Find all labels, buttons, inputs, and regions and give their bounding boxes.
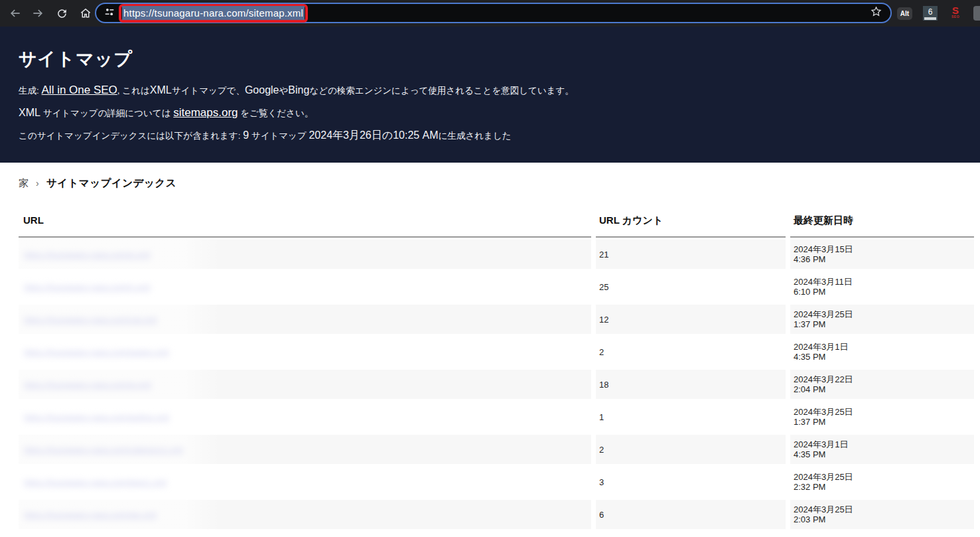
back-button[interactable] — [4, 2, 27, 25]
modified-date: 2024年3月22日 — [794, 374, 974, 384]
hero-text: XML — [150, 84, 172, 96]
sitemap-url-link-redacted[interactable]: https://tsunagaru-nara.com/n.xml — [24, 282, 150, 292]
modified-time: 4:36 PM — [794, 254, 974, 264]
extension-seoquake-button[interactable]: S SEO — [948, 5, 963, 21]
modified-date: 2024年3月11日 — [794, 277, 974, 287]
modified-date: 2024年3月25日 — [794, 309, 974, 319]
sitemap-url-link-redacted[interactable]: https://tsunagaru-nara.com/we.xml — [24, 510, 156, 520]
last-modified-cell: 2024年3月1日4:35 PM — [790, 435, 974, 464]
column-header-url-count: URL カウント — [596, 214, 786, 238]
hero-text: Bing — [288, 84, 309, 96]
hero-text: サイトマップ — [249, 131, 309, 141]
table-row: https://tsunagaru-nara.com/n.xml 25 2024… — [19, 272, 974, 301]
modified-time: 2:03 PM — [794, 514, 974, 524]
modified-time: 2:04 PM — [794, 384, 974, 394]
hero-text: サイトマップで、 — [172, 86, 245, 96]
all-in-one-seo-link[interactable]: All in One SEO — [42, 84, 117, 96]
modified-time: 2:32 PM — [794, 482, 974, 492]
modified-time: 6:10 PM — [794, 287, 974, 297]
last-modified-cell: 2024年3月25日1:37 PM — [790, 402, 974, 431]
table-row: https://tsunagaru-nara.com/cat.xml 12 20… — [19, 305, 974, 334]
last-modified-cell: 2024年3月15日4:36 PM — [790, 240, 974, 269]
sitemap-url-link-redacted[interactable]: https://tsunagaru-nara.com/author.xml — [24, 412, 169, 422]
url-count-cell: 2 — [596, 337, 786, 366]
column-header-last-modified: 最終更新日時 — [790, 214, 974, 238]
modified-time: 1:37 PM — [794, 319, 974, 329]
forward-icon — [31, 7, 44, 20]
column-header-url: URL — [19, 214, 591, 238]
hero-generated-line: 生成: All in One SEO, これはXMLサイトマップで、Google… — [19, 84, 961, 98]
url-count-cell: 2 — [596, 435, 786, 464]
url-count-cell: 1 — [596, 402, 786, 431]
chevron-right-icon: › — [36, 178, 39, 189]
sitemaps-org-link[interactable]: sitemaps.org — [173, 106, 238, 119]
seoquake-s-icon: S — [948, 5, 963, 15]
hero-sitemaps-org-line: XML サイトマップの詳細については sitemaps.org をご覧ください。 — [19, 106, 961, 120]
extensions-area: Alt 6 S SEO — [897, 0, 977, 27]
url-count-cell: 21 — [596, 240, 786, 269]
last-modified-cell: 2024年3月25日2:03 PM — [790, 500, 974, 529]
last-modified-cell: 2024年3月11日6:10 PM — [790, 272, 974, 301]
url-highlight-annotation: https://tsunagaru-nara.com/sitemap.xml — [119, 4, 308, 23]
hero-text: このサイトマップインデックスには以下が含まれます: — [19, 131, 243, 141]
sitemap-hero: サイトマップ 生成: All in One SEO, これはXMLサイトマップで… — [0, 27, 980, 163]
page-title: サイトマップ — [19, 49, 961, 69]
sitemap-url-link-redacted[interactable]: https://tsunagaru-nara.com/p.xml — [24, 250, 150, 260]
extension-six-button[interactable]: 6 — [923, 6, 938, 21]
seoquake-sub-label: SEO — [948, 15, 963, 19]
site-settings-button[interactable] — [102, 5, 117, 21]
sitemap-url-link-redacted[interactable]: https://tsunagaru-nara.com/pages.xml — [24, 347, 169, 357]
url-count-cell: 3 — [596, 467, 786, 497]
url-cell: https://tsunagaru-nara.com/w.xml — [19, 370, 591, 399]
modified-date: 2024年3月15日 — [794, 244, 974, 254]
sitemap-url-link-redacted[interactable]: https://tsunagaru-nara.com/w.xml — [24, 380, 151, 390]
url-cell: https://tsunagaru-nara.com/we.xml — [19, 500, 591, 529]
modified-date: 2024年3月25日 — [794, 407, 974, 417]
url-cell: https://tsunagaru-nara.com/tags1.xml — [19, 467, 591, 497]
reload-icon — [56, 7, 68, 20]
url-cell: https://tsunagaru-nara.com/p.xml — [19, 240, 591, 269]
home-icon — [79, 7, 92, 20]
modified-date: 2024年3月25日 — [794, 472, 974, 482]
last-modified-cell: 2024年3月1日4:35 PM — [790, 337, 974, 366]
hero-text: , これは — [117, 86, 150, 96]
breadcrumb-home-link[interactable]: 家 — [19, 177, 29, 190]
table-row: https://tsunagaru-nara.com/p.xml 21 2024… — [19, 240, 974, 269]
modified-date: 2024年3月1日 — [794, 439, 974, 449]
url-cell: https://tsunagaru-nara.com/cat.xml — [19, 305, 591, 334]
last-modified-cell: 2024年3月25日2:32 PM — [790, 467, 974, 497]
reload-button[interactable] — [50, 2, 73, 25]
hero-text: 2024年3月26日の10:25 AM — [309, 129, 438, 141]
forward-button[interactable] — [27, 2, 49, 25]
url-cell: https://tsunagaru-nara.com/pages.xml — [19, 337, 591, 366]
sitemap-url-link-redacted[interactable]: https://tsunagaru-nara.com/tags1.xml — [24, 477, 167, 487]
sitemap-url-link-redacted[interactable]: https://tsunagaru-nara.com/category1.xml — [24, 445, 183, 455]
hero-index-summary-line: このサイトマップインデックスには以下が含まれます: 9 サイトマップ 2024年… — [19, 129, 961, 143]
modified-time: 1:37 PM — [794, 417, 974, 427]
url-text-selected[interactable]: https://tsunagaru-nara.com/sitemap.xml — [122, 6, 305, 20]
url-count-cell: 6 — [596, 500, 786, 529]
url-count-cell: 25 — [596, 272, 786, 301]
extension-alt-button[interactable]: Alt — [897, 7, 912, 20]
breadcrumb-current: サイトマップインデックス — [46, 177, 176, 191]
table-row: https://tsunagaru-nara.com/tags1.xml 3 2… — [19, 467, 974, 497]
hero-text: サイトマップの詳細については — [40, 108, 173, 118]
home-button[interactable] — [74, 2, 97, 25]
sitemap-url-link-redacted[interactable]: https://tsunagaru-nara.com/cat.xml — [24, 315, 157, 325]
url-cell: https://tsunagaru-nara.com/n.xml — [19, 272, 591, 301]
star-icon — [870, 5, 882, 21]
url-cell: https://tsunagaru-nara.com/category1.xml — [19, 435, 591, 464]
hero-text: 生成: — [19, 86, 42, 96]
hero-text: に生成されました — [439, 131, 512, 141]
extension-partial-icon[interactable] — [973, 6, 980, 21]
modified-time: 4:35 PM — [794, 449, 974, 459]
table-header-row: URL URL カウント 最終更新日時 — [19, 214, 974, 238]
address-bar[interactable]: https://tsunagaru-nara.com/sitemap.xml — [95, 3, 892, 23]
table-row: https://tsunagaru-nara.com/pages.xml 2 2… — [19, 337, 974, 366]
bookmark-button[interactable] — [868, 5, 884, 21]
browser-toolbar: https://tsunagaru-nara.com/sitemap.xml A… — [0, 0, 980, 27]
breadcrumb: 家 › サイトマップインデックス — [19, 177, 980, 189]
last-modified-cell: 2024年3月25日1:37 PM — [790, 305, 974, 334]
main-content: 家 › サイトマップインデックス URL URL カウント 最終更新日時 htt… — [0, 163, 980, 537]
table-row: https://tsunagaru-nara.com/author.xml 1 … — [19, 402, 974, 431]
